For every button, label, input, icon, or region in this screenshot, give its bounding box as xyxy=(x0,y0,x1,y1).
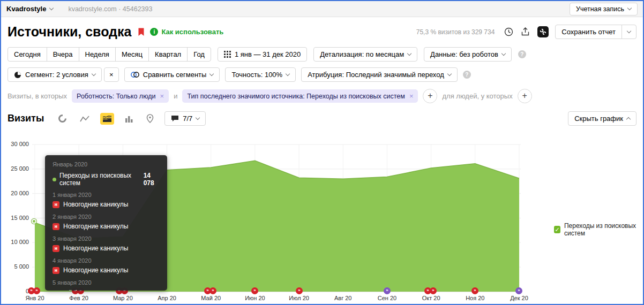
filter-chip-source-type[interactable]: Тип последнего значимого источника: Пере… xyxy=(182,89,418,103)
segment-row: Сегмент: 2 условия × Сравнить сегменты Т… xyxy=(1,63,643,82)
chevron-down-icon xyxy=(209,72,214,76)
save-report-button[interactable]: Сохранить отчет xyxy=(555,25,622,39)
hide-chart-button[interactable]: Скрыть график xyxy=(568,111,636,126)
event-date: 3 января 2020 xyxy=(53,235,160,242)
area-chart-icon xyxy=(102,115,112,123)
chevron-down-icon xyxy=(49,6,54,10)
chevron-down-icon xyxy=(627,29,631,33)
calendar-event-badge[interactable]: » xyxy=(251,287,258,294)
compare-segments-dropdown[interactable]: Сравнить сегменты xyxy=(124,67,220,82)
add-people-condition-button[interactable]: + xyxy=(518,89,532,103)
top-bar: Kvadrostyle kvadrostyle.com · 45462393 У… xyxy=(1,1,643,17)
calendar-event-badge[interactable]: » xyxy=(209,287,216,294)
remove-chip-icon[interactable]: × xyxy=(409,92,414,100)
chevron-down-icon xyxy=(501,51,506,56)
data-filter-dropdown[interactable]: Данные: без роботов xyxy=(424,47,512,62)
counter-meta: kvadrostyle.com · 45462393 xyxy=(68,5,152,13)
account-button-label: Учетная запись xyxy=(576,5,624,13)
widgets-button[interactable] xyxy=(536,25,550,39)
clock-icon xyxy=(504,27,513,36)
segment-icon xyxy=(14,71,21,79)
accuracy-dropdown[interactable]: Точность: 100% xyxy=(225,67,296,82)
holiday-icon: н xyxy=(53,245,59,252)
account-button[interactable]: Учетная запись xyxy=(570,3,638,16)
page-title: Источники, сводка xyxy=(8,24,131,40)
visits-filter-label: Визиты, в которых xyxy=(8,92,67,100)
how-to-use-link[interactable]: i Как использовать xyxy=(150,28,223,36)
help-icon[interactable]: ? xyxy=(463,71,471,79)
preset-button-5[interactable]: Квартал xyxy=(148,47,188,62)
line-chart-icon xyxy=(80,115,89,123)
holiday-icon: н xyxy=(53,201,59,208)
calendar-event-badge[interactable]: » xyxy=(33,287,40,294)
how-to-use-label: Как использовать xyxy=(161,28,223,36)
segment-label: Сегмент: 2 условия xyxy=(25,71,88,79)
y-axis-tick: 20 000 xyxy=(1,190,29,196)
hide-chart-label: Скрыть график xyxy=(574,115,623,123)
column-chart-icon xyxy=(125,115,133,123)
filter-chip-label: Тип последнего значимого источника: Пере… xyxy=(187,93,405,100)
date-range-label: 1 янв — 31 дек 2020 xyxy=(235,50,301,58)
chart-type-columns-button[interactable] xyxy=(123,113,136,125)
y-axis-tick: 25 000 xyxy=(1,165,29,172)
preset-button-2[interactable]: Вчера xyxy=(47,47,79,62)
save-report-caret-button[interactable] xyxy=(621,25,636,39)
chart-type-map-button[interactable] xyxy=(144,112,156,125)
legend-label: Переходы из поисковых систем xyxy=(564,222,644,237)
preset-button-6[interactable]: Год xyxy=(187,47,211,62)
chart-header: Визиты 7/7 Скрыть график xyxy=(1,103,643,126)
calendar-event-badge[interactable]: » xyxy=(471,287,478,294)
calendar-event-badge[interactable]: » xyxy=(384,287,391,294)
compare-segments-icon xyxy=(131,71,139,78)
tooltip-series-row: Переходы из поисковых систем 14 078 xyxy=(53,172,160,187)
remove-chip-icon[interactable]: × xyxy=(160,92,164,100)
chevron-down-icon xyxy=(407,51,411,56)
filter-chip-robots[interactable]: Роботность: Только люди × xyxy=(72,89,169,103)
tooltip-event-truncated: 5 января 2020 xyxy=(53,279,160,286)
event-title: Новогодние каникулы xyxy=(63,266,128,274)
calendar-event-badge[interactable]: » xyxy=(515,287,522,294)
chart-type-donut-button[interactable] xyxy=(56,112,69,125)
history-button[interactable] xyxy=(503,26,514,37)
preset-button-3[interactable]: Неделя xyxy=(79,47,116,62)
segment-dropdown[interactable]: Сегмент: 2 условия xyxy=(8,67,102,82)
calendar-event-badge[interactable]: » xyxy=(296,287,303,294)
segment-clear-button[interactable]: × xyxy=(104,67,119,82)
chart-type-line-button[interactable] xyxy=(78,113,92,125)
export-icon xyxy=(521,27,530,36)
x-axis-tick: Июн 20 xyxy=(238,295,272,301)
legend-item[interactable]: ✓ Переходы из поисковых систем xyxy=(554,222,644,237)
detalization-label: Детализация: по месяцам xyxy=(320,50,404,58)
comments-dropdown[interactable]: 7/7 xyxy=(164,111,206,126)
x-axis-tick: Ноя 20 xyxy=(458,295,492,301)
y-axis-tick: 30 000 xyxy=(1,141,29,147)
date-range-button[interactable]: 1 янв — 31 дек 2020 xyxy=(218,47,307,62)
y-axis-tick: 0 xyxy=(1,288,29,294)
y-axis-tick: 10 000 xyxy=(1,239,29,245)
add-visit-condition-button[interactable]: + xyxy=(423,89,437,103)
attribution-dropdown[interactable]: Атрибуция: Последний значимый переход xyxy=(301,67,458,82)
x-axis-tick: Фев 20 xyxy=(62,295,96,301)
counter-name: Kvadrostyle xyxy=(6,5,46,13)
event-title: Новогодние каникулы xyxy=(63,222,128,231)
calendar-event-badge[interactable]: » xyxy=(430,287,437,294)
chart-section-title: Визиты xyxy=(8,113,44,124)
detalization-dropdown[interactable]: Детализация: по месяцам xyxy=(313,47,417,62)
chevron-down-icon xyxy=(286,72,290,76)
legend-checkbox[interactable]: ✓ xyxy=(554,226,560,233)
counter-selector[interactable]: Kvadrostyle xyxy=(6,5,53,13)
preset-button-4[interactable]: Месяц xyxy=(115,47,149,62)
chart-type-area-button[interactable] xyxy=(100,113,114,125)
export-button[interactable] xyxy=(520,26,531,37)
visits-chart: 30 00025 00020 00015 00010 0005 0000 Янв… xyxy=(1,136,644,305)
filter-row: Визиты, в которых Роботность: Только люд… xyxy=(1,82,643,103)
visits-share-text: 75,3 % визитов из 329 734 xyxy=(416,28,495,36)
chevron-down-icon xyxy=(92,72,96,76)
chevron-up-icon xyxy=(626,117,631,121)
help-icon[interactable]: ? xyxy=(518,50,526,58)
hover-point-marker xyxy=(32,219,36,224)
bookmark-icon[interactable] xyxy=(138,28,145,36)
preset-button-1[interactable]: Сегодня xyxy=(8,47,47,62)
save-report-split-button: Сохранить отчет xyxy=(555,25,636,39)
save-report-label: Сохранить отчет xyxy=(561,28,616,36)
